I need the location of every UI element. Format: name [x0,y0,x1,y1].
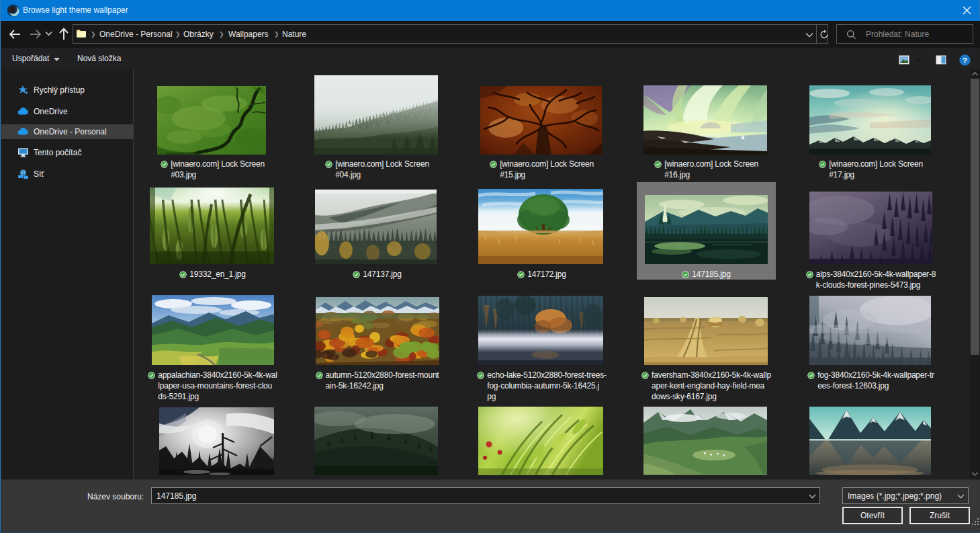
svg-text:?: ? [963,56,967,65]
